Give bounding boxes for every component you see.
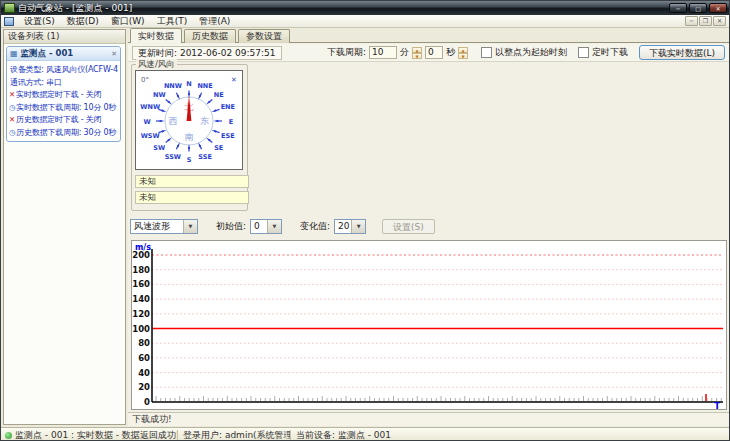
svg-text:ESE: ESE — [221, 132, 235, 140]
seconds-unit-label: 秒 — [446, 46, 455, 59]
menu-window[interactable]: 窗口(W) — [105, 15, 151, 27]
device-info-row: ◷实时数据下载周期: 10分 0秒 — [9, 102, 118, 115]
svg-text:N: N — [186, 80, 191, 88]
svg-text:120: 120 — [132, 309, 150, 319]
off-icon: ✕ — [9, 114, 15, 127]
maximize-button[interactable]: ▢ — [689, 3, 707, 13]
cycle-label: 下载周期: — [327, 46, 366, 59]
change-value: 20 — [335, 220, 351, 233]
minutes-unit-label: 分 — [400, 46, 409, 59]
initial-value-select[interactable]: 0 ▼ — [250, 219, 282, 234]
compass-rose: NNNENEENEEESESESSESSSWSWWSWWWNWNWNNW北南东西… — [136, 71, 242, 169]
device-type-text: 设备类型: 风速风向仪(ACFW-4) — [10, 64, 118, 77]
close-button[interactable]: ✕ — [709, 3, 727, 13]
chevron-down-icon[interactable]: ▼ — [351, 220, 365, 233]
svg-text:西: 西 — [169, 116, 178, 126]
statusbar-device-segment: 监测点 - 001 : 实时数据 - 数据返回成功! — [1, 429, 177, 441]
mdi-restore-button[interactable]: ❐ — [699, 16, 712, 26]
update-time-value: 2012-06-02 09:57:51 — [180, 48, 276, 58]
waveform-select[interactable]: 风速波形 ▼ — [130, 219, 198, 234]
device-info-row: ✕历史数据定时下载 - 关闭 — [9, 114, 118, 127]
current-device-text: 当前设备: 监测点 - 001 — [291, 429, 729, 441]
svg-text:40: 40 — [138, 368, 150, 378]
download-realtime-button[interactable]: 下载实时数据(L) — [639, 45, 725, 60]
svg-text:S: S — [187, 156, 192, 164]
wind-compass: NNNENEENEEESESESSESSSWSWWSWWWNWNWNNW北南东西… — [135, 70, 243, 170]
svg-text:WSW: WSW — [141, 132, 160, 140]
svg-text:ENE: ENE — [221, 103, 235, 111]
minutes-input[interactable]: 10 — [369, 46, 397, 59]
svg-text:W: W — [143, 118, 150, 126]
tab-parameter-settings[interactable]: 参数设置 — [238, 29, 290, 43]
checkbox-timed-download[interactable] — [578, 47, 589, 58]
toolbar-right: 下载周期: 10 分 ▲▼ 0 秒 ▲▼ 以整点为起始时刻 定时下载 下载实时数… — [327, 45, 729, 60]
seconds-stepper[interactable]: ▲▼ — [458, 47, 468, 59]
chevron-down-icon[interactable]: ▼ — [267, 220, 281, 233]
change-value-select[interactable]: 20 ▼ — [334, 219, 366, 234]
title-bar: 自动气象站 - [监测点 - 001] ─ ▢ ✕ — [1, 1, 729, 15]
waveform-chart: 020406080100120140160180200m/sT — [131, 240, 727, 410]
device-info-row: 设备类型: 风速风向仪(ACFW-4) — [9, 64, 118, 77]
status-bar: 监测点 - 001 : 实时数据 - 数据返回成功! 登录用户: admin(系… — [1, 427, 729, 441]
svg-text:T: T — [714, 401, 720, 409]
device-grid-icon: ▦ — [10, 49, 18, 58]
svg-text:0: 0 — [144, 397, 150, 407]
device-info-row: ✕实时数据定时下载 - 关闭 — [9, 89, 118, 102]
svg-text:0°: 0° — [141, 76, 149, 84]
device-info-row: ◷历史数据下载周期: 30分 0秒 — [9, 127, 118, 140]
svg-text:南: 南 — [185, 132, 194, 142]
chevron-down-icon[interactable]: ▼ — [183, 220, 197, 233]
minimize-button[interactable]: ─ — [669, 3, 687, 13]
checkbox-align-label: 以整点为起始时刻 — [495, 46, 567, 59]
status-ok-icon — [5, 432, 12, 439]
svg-text:SSE: SSE — [198, 153, 212, 161]
svg-text:m/s: m/s — [135, 243, 151, 252]
comm-mode-text: 通讯方式: 串口 — [10, 77, 62, 90]
settings-button[interactable]: 设置(S) — [382, 219, 435, 234]
svg-text:SSW: SSW — [165, 153, 181, 161]
svg-text:WNW: WNW — [140, 103, 160, 111]
window-title: 自动气象站 - [监测点 - 001] — [18, 2, 669, 15]
device-list-header: 设备列表 (1) — [4, 30, 125, 44]
chart-controls: 风速波形 ▼ 初始值: 0 ▼ 变化值: 20 ▼ 设置(S) — [130, 218, 725, 234]
menu-admin[interactable]: 管理(A) — [193, 15, 236, 27]
device-panel-header[interactable]: ▦ 监测点 - 001 ✕ — [7, 47, 120, 61]
svg-text:NW: NW — [153, 91, 166, 99]
app-icon — [4, 3, 15, 13]
waveform-select-value: 风速波形 — [131, 220, 183, 233]
chart-plot: 020406080100120140160180200m/sT — [132, 241, 726, 409]
tab-realtime-data[interactable]: 实时数据 — [130, 28, 182, 43]
device-panel-title: 监测点 - 001 — [21, 48, 74, 60]
device-panel-close-icon[interactable]: ✕ — [111, 50, 117, 58]
mdi-child-icon — [4, 17, 14, 26]
spinner-down-icon[interactable]: ▼ — [412, 53, 422, 59]
svg-text:✕: ✕ — [231, 76, 237, 84]
svg-text:E: E — [229, 118, 233, 126]
device-info-row: 通讯方式: 串口 — [9, 77, 118, 90]
menu-data[interactable]: 数据(D) — [61, 15, 105, 27]
menu-bar: 设置(S) 数据(D) 窗口(W) 工具(T) 管理(A) ─ ❐ ✕ — [1, 15, 729, 28]
checkbox-align-start-time[interactable] — [481, 47, 492, 58]
realtime-data-panel: 更新时间: 2012-06-02 09:57:51 下载周期: 10 分 ▲▼ … — [128, 42, 729, 425]
toolbar: 更新时间: 2012-06-02 09:57:51 下载周期: 10 分 ▲▼ … — [128, 44, 729, 62]
tab-strip: 实时数据 历史数据 参数设置 — [130, 28, 292, 43]
seconds-input[interactable]: 0 — [425, 46, 443, 59]
app-window: 自动气象站 - [监测点 - 001] ─ ▢ ✕ 设置(S) 数据(D) 窗口… — [0, 0, 730, 441]
mdi-window-controls: ─ ❐ ✕ — [685, 16, 729, 26]
menu-tools[interactable]: 工具(T) — [151, 15, 194, 27]
menu-settings[interactable]: 设置(S) — [18, 15, 61, 27]
off-icon: ✕ — [9, 89, 15, 102]
minutes-stepper[interactable]: ▲▼ — [412, 47, 422, 59]
svg-text:180: 180 — [132, 265, 150, 275]
clock-icon: ◷ — [9, 127, 15, 140]
svg-text:140: 140 — [132, 294, 150, 304]
window-controls: ─ ▢ ✕ — [669, 3, 727, 13]
mdi-minimize-button[interactable]: ─ — [685, 16, 698, 26]
device-panel[interactable]: ▦ 监测点 - 001 ✕ 设备类型: 风速风向仪(ACFW-4) 通讯方式: … — [6, 46, 121, 142]
tab-history-data[interactable]: 历史数据 — [184, 29, 236, 43]
device-panel-body: 设备类型: 风速风向仪(ACFW-4) 通讯方式: 串口 ✕实时数据定时下载 -… — [7, 61, 120, 142]
mdi-close-button[interactable]: ✕ — [713, 16, 726, 26]
svg-text:SW: SW — [153, 144, 165, 152]
spinner-down-icon[interactable]: ▼ — [458, 53, 468, 59]
change-value-label: 变化值: — [300, 220, 330, 233]
